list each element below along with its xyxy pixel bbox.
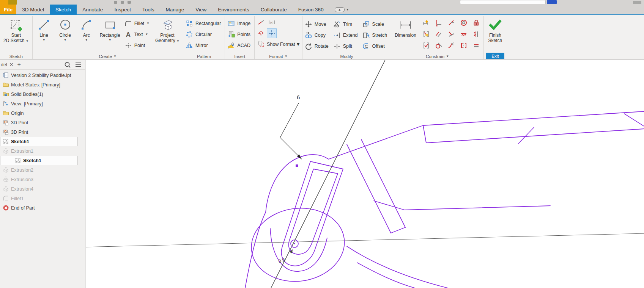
construction-line-button[interactable] bbox=[256, 17, 266, 27]
tree-item-sketch1[interactable]: Sketch1 bbox=[0, 156, 77, 165]
ribbon-display-toggle[interactable]: ▲▼ bbox=[335, 5, 349, 14]
start-2d-sketch-button[interactable]: Start2D Sketch ▼ bbox=[2, 16, 31, 44]
extend-button[interactable]: Extend bbox=[332, 30, 360, 41]
tangent-line-button[interactable] bbox=[446, 29, 456, 39]
lock-button[interactable] bbox=[471, 18, 481, 28]
tree-item-extrusion2[interactable]: Extrusion2 bbox=[0, 165, 77, 175]
panel-label-constrain[interactable]: Constrain▼ bbox=[393, 53, 482, 59]
titlebar-search-input[interactable] bbox=[460, 0, 546, 4]
centerline-button[interactable] bbox=[256, 28, 266, 38]
image-button[interactable]: Image bbox=[227, 18, 253, 29]
tree-item-extrusion4[interactable]: Extrusion4 bbox=[0, 184, 77, 194]
line-button[interactable]: Line▼ bbox=[34, 16, 54, 42]
text-button[interactable]: AText▼ bbox=[124, 29, 152, 40]
sketch-curve-8[interactable] bbox=[391, 227, 405, 233]
window-controls[interactable] bbox=[633, 1, 641, 4]
sketch-curve-5[interactable] bbox=[518, 127, 534, 144]
offset-button[interactable]: Offset bbox=[362, 41, 390, 52]
points-button[interactable]: Points bbox=[227, 29, 253, 40]
tree-item-model-states-primary[interactable]: Model States: [Primary] bbox=[0, 80, 77, 89]
move-button[interactable]: Move bbox=[304, 19, 331, 30]
panel-label-pattern[interactable]: Pattern bbox=[185, 53, 223, 59]
app-menu-button[interactable] bbox=[0, 0, 8, 5]
constraint-settings-button[interactable] bbox=[421, 29, 431, 39]
panel-label-sketch[interactable]: Sketch bbox=[2, 53, 31, 59]
tab-file[interactable]: File bbox=[0, 5, 16, 14]
sketch-curve-1[interactable] bbox=[423, 125, 426, 143]
sketch-curve-4[interactable] bbox=[624, 114, 644, 126]
tree-item-origin[interactable]: Origin bbox=[0, 108, 77, 118]
ground-button[interactable] bbox=[459, 29, 469, 39]
tab-fusion-360[interactable]: Fusion 360 bbox=[293, 5, 329, 14]
tab-sketch[interactable]: Sketch bbox=[50, 5, 77, 14]
arc-button[interactable]: Arc▼ bbox=[77, 16, 96, 42]
tangent-button[interactable] bbox=[434, 41, 444, 50]
show-format-button[interactable] bbox=[256, 39, 266, 49]
center-point-button[interactable] bbox=[267, 28, 277, 38]
vertical-button[interactable] bbox=[471, 29, 481, 39]
coincident-button[interactable] bbox=[446, 18, 456, 28]
auto-dimension-button[interactable] bbox=[421, 18, 431, 28]
quick-access-icon[interactable] bbox=[121, 1, 124, 4]
copy-button[interactable]: Copy bbox=[304, 30, 331, 41]
mirror-button[interactable]: Mirror bbox=[185, 40, 223, 51]
tab-annotate[interactable]: Annotate bbox=[77, 5, 109, 14]
tab-view[interactable]: View bbox=[190, 5, 212, 14]
show-constraints-button[interactable] bbox=[421, 41, 431, 50]
tree-item-3d-print[interactable]: 3D Print bbox=[0, 118, 77, 127]
sketch-curve-7[interactable] bbox=[361, 139, 405, 227]
point-button[interactable]: Point bbox=[124, 40, 152, 51]
trim-button[interactable]: Trim bbox=[332, 19, 360, 30]
browser-tab[interactable]: del ✕ bbox=[1, 62, 14, 67]
panel-label-create[interactable]: Create▼ bbox=[34, 53, 181, 59]
tab-inspect[interactable]: Inspect bbox=[109, 5, 137, 14]
acad-button[interactable]: ACAD bbox=[227, 40, 253, 51]
panel-label-modify[interactable]: Modify bbox=[304, 53, 389, 59]
browser-menu-icon[interactable] bbox=[74, 61, 82, 69]
panel-label-exit[interactable]: Exit bbox=[486, 53, 504, 59]
tree-item-3d-print[interactable]: 3D Print bbox=[0, 127, 77, 137]
sketch-curve-15[interactable] bbox=[270, 229, 327, 271]
tree-item-fillet1[interactable]: Fillet1 bbox=[0, 194, 77, 203]
equal-button[interactable] bbox=[471, 41, 481, 50]
sketch-curve-3[interactable] bbox=[423, 111, 644, 125]
project-geometry-button[interactable]: ProjectGeometry ▼ bbox=[153, 16, 181, 44]
panel-label-format[interactable]: Format▼ bbox=[256, 53, 301, 59]
concentric-button[interactable] bbox=[459, 18, 469, 28]
driven-dimension-button[interactable]: (x) bbox=[267, 17, 277, 27]
help-button[interactable] bbox=[547, 0, 557, 4]
tree-item-sketch1[interactable]: Sketch1 bbox=[0, 137, 77, 146]
sketch-curve-0[interactable] bbox=[245, 125, 423, 288]
add-tab-button[interactable]: + bbox=[17, 61, 21, 68]
sketch-curve-2[interactable] bbox=[426, 129, 644, 143]
sketch-curve-13[interactable] bbox=[281, 161, 343, 266]
symmetric-button[interactable] bbox=[459, 41, 469, 50]
sketch-viewport[interactable]: 60.8 bbox=[86, 60, 644, 288]
reference-line-horizontal[interactable] bbox=[86, 233, 644, 247]
search-icon[interactable] bbox=[64, 61, 71, 69]
tab-tools[interactable]: Tools bbox=[137, 5, 160, 14]
tab-3d-model[interactable]: 3D Model bbox=[16, 5, 50, 14]
quick-access-icon[interactable] bbox=[128, 1, 131, 4]
reference-line-diagonal[interactable] bbox=[271, 60, 387, 288]
perpendicular-button[interactable] bbox=[434, 18, 444, 28]
sketch-canvas[interactable]: 60.8 bbox=[86, 60, 644, 288]
rectangle-button[interactable]: Rectangle▼ bbox=[98, 16, 122, 42]
parallel-button[interactable] bbox=[434, 29, 444, 39]
tree-item-solid-bodies-1[interactable]: Solid Bodies(1) bbox=[0, 89, 77, 99]
sketch-point[interactable] bbox=[296, 164, 298, 167]
tab-environments[interactable]: Environments bbox=[212, 5, 255, 14]
circle-button[interactable]: Circle▼ bbox=[55, 16, 75, 42]
finish-sketch-button[interactable]: FinishSketch bbox=[485, 16, 505, 43]
app-menu-button-2[interactable] bbox=[8, 0, 17, 5]
smooth-button[interactable] bbox=[446, 41, 456, 50]
split-button[interactable]: Split bbox=[332, 41, 360, 52]
panel-label-insert[interactable]: Insert bbox=[227, 53, 253, 59]
quick-access-icon[interactable] bbox=[114, 1, 117, 4]
tree-item-extrusion1[interactable]: Extrusion1 bbox=[0, 146, 77, 156]
leader-label[interactable]: 6 bbox=[297, 94, 300, 100]
scale-button[interactable]: Scale bbox=[362, 19, 390, 30]
tree-item-extrusion3[interactable]: Extrusion3 bbox=[0, 175, 77, 184]
rectangular-button[interactable]: Rectangular bbox=[185, 18, 223, 29]
tab-collaborate[interactable]: Collaborate bbox=[255, 5, 293, 14]
